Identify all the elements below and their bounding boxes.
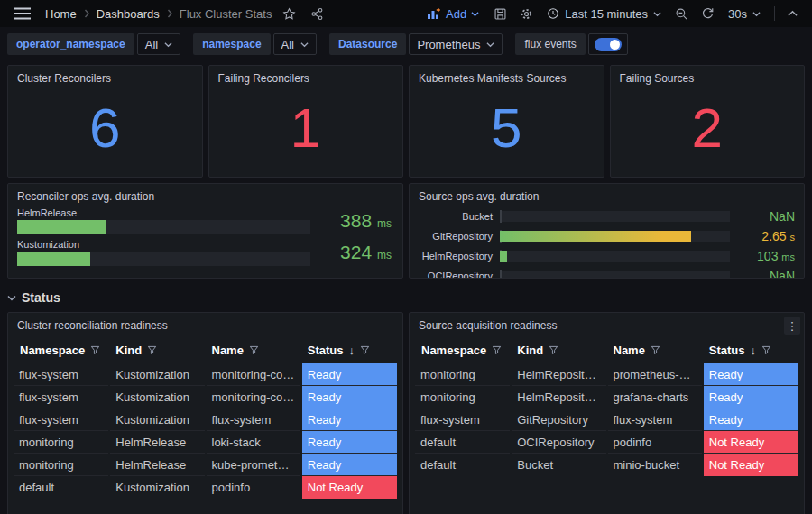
table-panels-row: Cluster reconciliation readiness Namespa… xyxy=(7,312,805,514)
breadcrumb: Home Dashboards Flux Cluster Stats xyxy=(45,7,272,21)
namespace-select[interactable]: All xyxy=(273,33,317,55)
chevron-down-icon xyxy=(300,41,309,48)
gauge-row-helmrepository: HelmRepository 103 ms xyxy=(419,249,795,263)
gauge-panels-row: Reconciler ops avg. duration HelmRelease… xyxy=(7,183,805,279)
status-cell: Ready xyxy=(301,408,397,431)
table-cell: Kustomization xyxy=(109,363,205,386)
filter-icon[interactable] xyxy=(492,345,502,355)
refresh-interval-picker[interactable]: 30s xyxy=(722,5,767,23)
filter-icon[interactable] xyxy=(761,345,771,355)
table-cell: flux-system xyxy=(206,408,301,431)
panel-title[interactable]: Cluster reconciliation readiness xyxy=(8,313,402,335)
dashboard-settings-button[interactable] xyxy=(514,5,539,23)
panel-title[interactable]: Source ops avg. duration xyxy=(410,184,804,207)
save-dashboard-button[interactable] xyxy=(488,5,512,23)
column-header-kind[interactable]: Kind xyxy=(511,338,606,363)
filter-icon[interactable] xyxy=(249,345,259,355)
menu-toggle-button[interactable] xyxy=(9,5,36,23)
time-range-label: Last 15 minutes xyxy=(565,7,648,21)
table-cell: minio-bucket xyxy=(607,454,703,476)
gauge-row-ocirepository: OCIRepository NaN xyxy=(419,269,795,279)
panel-title[interactable]: Cluster Reconcilers xyxy=(8,66,202,88)
panel-source-acquisition-readiness: Source acquisition readiness ⋮ Namespace… xyxy=(409,312,805,514)
status-cell: Ready xyxy=(301,363,397,386)
breadcrumb-dashboards[interactable]: Dashboards xyxy=(97,7,160,21)
zoom-out-button[interactable] xyxy=(669,5,694,23)
dashboard-variables: operator_namespace All namespace All Dat… xyxy=(0,27,812,60)
stat-value: 2 xyxy=(611,88,805,177)
stat-value: 6 xyxy=(8,88,202,177)
variable-namespace: namespace All xyxy=(193,33,317,55)
column-header-name[interactable]: Name xyxy=(206,338,301,363)
chevron-down-icon xyxy=(471,11,479,17)
column-header-status[interactable]: Status↓ xyxy=(301,338,397,363)
gauge-track xyxy=(500,211,730,222)
gauge-value: 388 ms xyxy=(310,210,393,232)
share-icon xyxy=(310,7,324,21)
table-row: monitoringHelmReleaseloki-stackReady xyxy=(14,431,397,454)
stat-value: 1 xyxy=(209,88,403,177)
table-row: defaultKustomizationpodinfoNot Ready xyxy=(14,476,397,499)
panel-title[interactable]: Reconciler ops avg. duration xyxy=(8,184,402,207)
table-cell: Kustomization xyxy=(109,408,205,431)
variable-datasource: Datasource Prometheus xyxy=(329,33,503,55)
column-header-status[interactable]: Status↓ xyxy=(703,338,798,363)
variable-label: flux events xyxy=(515,33,585,55)
panel-title[interactable]: Kubernetes Manifests Sources xyxy=(410,66,604,88)
table-cell: grafana-charts xyxy=(607,386,703,408)
filter-icon[interactable] xyxy=(651,345,660,355)
panel-title[interactable]: Source acquisition readiness xyxy=(410,313,804,335)
add-button[interactable]: Add xyxy=(420,5,486,23)
refresh-button[interactable] xyxy=(696,5,720,23)
table-cell: monitoring-contr... xyxy=(206,363,301,386)
favorite-button[interactable] xyxy=(277,5,301,23)
table-cell: flux-system xyxy=(14,386,109,408)
column-header-namespace[interactable]: Namespace xyxy=(14,338,109,363)
stat-value: 5 xyxy=(410,88,604,177)
top-nav: Home Dashboards Flux Cluster Stats Add L… xyxy=(0,0,812,27)
time-range-picker[interactable]: Last 15 minutes xyxy=(540,5,668,23)
gauge-row-bucket: Bucket NaN xyxy=(419,209,795,224)
table-cell: flux-system xyxy=(607,408,703,431)
section-status-toggle[interactable]: Status xyxy=(7,288,805,307)
table-row: flux-systemKustomizationmonitoring-confi… xyxy=(14,386,397,408)
status-cell: Not Ready xyxy=(703,454,798,476)
filter-icon[interactable] xyxy=(147,345,157,355)
filter-icon[interactable] xyxy=(549,345,558,355)
panel-cluster-reconcilers: Cluster Reconcilers 6 xyxy=(7,65,203,178)
filter-icon[interactable] xyxy=(360,345,370,355)
gauge-track xyxy=(500,251,730,262)
table-header-row: Namespace Kind Name Status↓ xyxy=(415,338,798,363)
table-cell: HelmRelease xyxy=(109,431,205,454)
collapse-toolbar-button[interactable] xyxy=(782,7,803,20)
toggle-switch xyxy=(595,38,622,51)
gauge-bar xyxy=(500,251,507,262)
panel-kubernetes-manifests-sources: Kubernetes Manifests Sources 5 xyxy=(409,65,604,178)
table-row: flux-systemKustomizationflux-systemReady xyxy=(14,408,397,431)
table-row: defaultBucketminio-bucketNot Ready xyxy=(415,454,798,476)
source-readiness-table: Namespace Kind Name Status↓ monitoringHe… xyxy=(415,338,798,476)
operator-namespace-select[interactable]: All xyxy=(137,33,180,55)
datasource-select[interactable]: Prometheus xyxy=(409,33,503,55)
panel-title[interactable]: Failing Reconcilers xyxy=(209,66,403,88)
filter-icon[interactable] xyxy=(90,345,100,355)
refresh-icon xyxy=(701,7,715,21)
flux-events-toggle[interactable] xyxy=(588,33,628,55)
share-button[interactable] xyxy=(305,5,329,23)
column-header-namespace[interactable]: Namespace xyxy=(415,338,511,363)
panel-title[interactable]: Failing Sources xyxy=(611,66,805,88)
column-header-name[interactable]: Name xyxy=(607,338,703,363)
column-header-kind[interactable]: Kind xyxy=(109,338,205,363)
status-cell: Not Ready xyxy=(703,431,798,454)
gauge-bar xyxy=(500,231,691,242)
table-cell: flux-system xyxy=(14,363,109,386)
panel-menu-button[interactable]: ⋮ xyxy=(784,317,800,335)
breadcrumb-home[interactable]: Home xyxy=(45,7,77,21)
table-header-row: Namespace Kind Name Status↓ xyxy=(14,338,397,363)
gauge-track xyxy=(500,271,730,279)
chevron-right-icon xyxy=(166,9,173,18)
table-cell: default xyxy=(14,476,109,499)
table-cell: kube-prometheu... xyxy=(206,454,301,476)
chevron-right-icon xyxy=(83,9,90,18)
refresh-interval-label: 30s xyxy=(728,7,747,21)
